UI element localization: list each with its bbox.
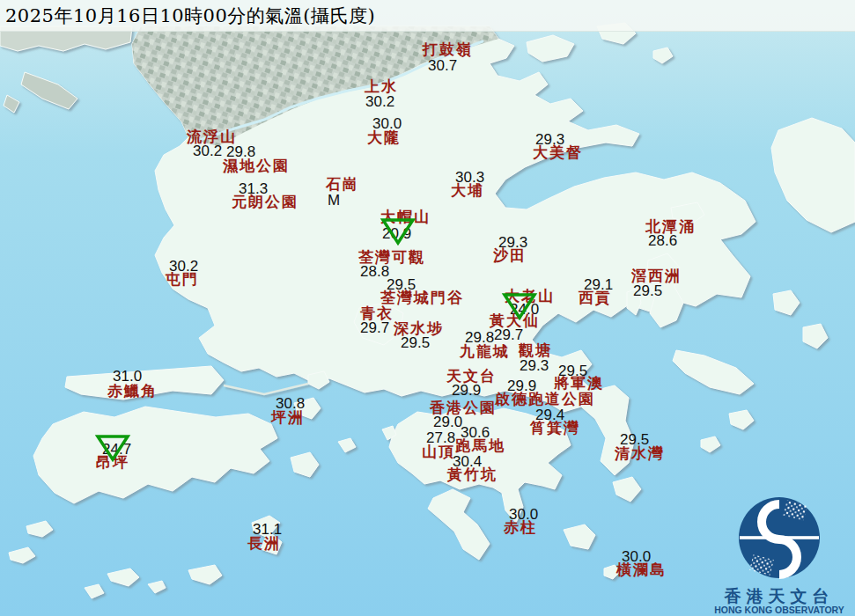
weather-map-screen: 30.7打鼓嶺30.2上水30.0大隴30.2流浮山29.8濕地公園31.3元朗… [0, 0, 855, 616]
hko-logo-name-zh: 香港天文台 [705, 587, 853, 605]
hko-logo-name-en: HONG KONG OBSERVATORY [705, 605, 853, 616]
title-bar: 2025年10月16日10時00分的氣溫(攝氏度) [0, 0, 855, 32]
hko-logo-icon [733, 492, 825, 583]
map-title: 2025年10月16日10時00分的氣溫(攝氏度) [0, 4, 375, 28]
hko-logo: 香港天文台 HONG KONG OBSERVATORY [705, 492, 853, 616]
